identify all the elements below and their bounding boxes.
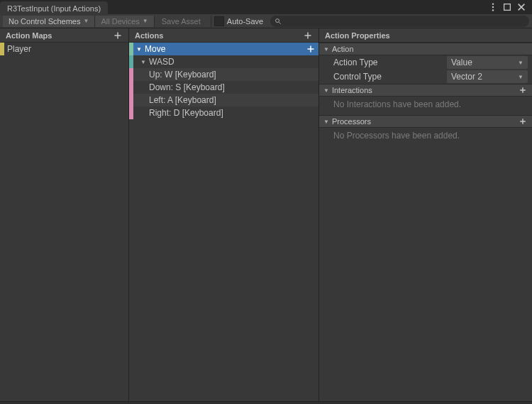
section-processors-label: Processors — [332, 117, 371, 126]
binding-item[interactable]: Down: S [Keyboard] — [129, 81, 318, 94]
binding-item[interactable]: Left: A [Keyboard] — [129, 94, 318, 107]
svg-point-4 — [276, 18, 279, 22]
chevron-down-icon: ▼ — [323, 87, 329, 94]
processors-empty-message: No Processors have been added. — [319, 128, 532, 146]
chevron-down-icon[interactable]: ▼ — [140, 59, 146, 65]
chevron-down-icon[interactable]: ▼ — [136, 46, 142, 53]
action-type-dropdown[interactable]: Value ▼ — [447, 56, 528, 69]
control-schemes-label: No Control Schemes — [9, 17, 81, 26]
section-processors[interactable]: ▼ Processors — [319, 115, 532, 128]
window-tab-label: R3TestInput (Input Actions) — [7, 4, 101, 13]
action-maps-column: Action Maps Player — [0, 28, 129, 401]
add-action-button[interactable] — [303, 31, 313, 40]
action-map-item[interactable]: Player — [0, 43, 128, 55]
search-icon — [275, 18, 282, 25]
control-type-dropdown[interactable]: Vector 2 ▼ — [447, 70, 528, 83]
auto-save-toggle[interactable]: Auto-Save — [214, 16, 263, 26]
close-icon[interactable] — [516, 2, 526, 12]
devices-label: All Devices — [101, 17, 139, 26]
svg-point-1 — [492, 6, 494, 8]
action-map-label: Player — [7, 44, 31, 54]
add-interaction-button[interactable] — [518, 85, 528, 95]
action-type-label: Action Type — [333, 58, 447, 67]
checkbox-icon[interactable] — [214, 16, 224, 26]
chevron-down-icon: ▼ — [143, 18, 148, 24]
chevron-down-icon: ▼ — [323, 119, 329, 125]
save-asset-label: Save Asset — [162, 17, 201, 26]
action-type-row: Action Type Value ▼ — [319, 55, 532, 70]
action-maps-header: Action Maps — [0, 28, 128, 43]
control-schemes-dropdown[interactable]: No Control Schemes ▼ — [3, 16, 95, 27]
section-action[interactable]: ▼ Action — [319, 43, 532, 55]
binding-label: Up: W [Keyboard] — [149, 70, 216, 80]
action-maps-header-label: Action Maps — [6, 31, 52, 40]
titlebar-spacer — [108, 0, 482, 14]
control-type-label: Control Type — [333, 72, 447, 82]
titlebar: R3TestInput (Input Actions) — [0, 0, 532, 14]
save-asset-button[interactable]: Save Asset — [155, 16, 208, 27]
properties-header-label: Action Properties — [325, 31, 390, 40]
binding-label: Down: S [Keyboard] — [149, 82, 225, 92]
actions-header-label: Actions — [135, 31, 163, 40]
chevron-down-icon: ▼ — [518, 74, 523, 80]
actions-header: Actions — [129, 28, 318, 43]
section-interactions-label: Interactions — [332, 86, 372, 94]
kebab-menu-icon[interactable] — [488, 2, 498, 12]
svg-rect-3 — [504, 4, 511, 11]
toolbar: No Control Schemes ▼ All Devices ▼ Save … — [0, 14, 532, 28]
control-type-row: Control Type Vector 2 ▼ — [319, 70, 532, 84]
svg-point-2 — [492, 9, 494, 11]
footer-border — [0, 401, 532, 404]
search-input[interactable] — [270, 16, 529, 27]
actions-column: Actions ▼ Move ▼ WASD — [129, 28, 319, 401]
chevron-down-icon: ▼ — [84, 18, 89, 24]
control-type-value: Vector 2 — [451, 72, 482, 82]
properties-body: ▼ Action Action Type Value ▼ Control Typ… — [319, 43, 532, 401]
action-type-value: Value — [451, 58, 472, 67]
binding-item[interactable]: Up: W [Keyboard] — [129, 68, 318, 81]
section-action-label: Action — [332, 45, 354, 53]
titlebar-controls — [482, 0, 532, 14]
section-interactions[interactable]: ▼ Interactions — [319, 84, 532, 97]
chevron-down-icon: ▼ — [323, 46, 329, 53]
interactions-empty-message: No Interactions have been added. — [319, 97, 532, 115]
properties-column: Action Properties ▼ Action Action Type V… — [319, 28, 532, 401]
binding-label: Right: D [Keyboard] — [149, 108, 223, 118]
binding-label: Left: A [Keyboard] — [149, 95, 216, 105]
add-processor-button[interactable] — [518, 116, 528, 126]
action-maps-list: Player — [0, 43, 128, 401]
maximize-icon[interactable] — [502, 2, 512, 12]
devices-dropdown[interactable]: All Devices ▼ — [95, 16, 154, 27]
action-item-move[interactable]: ▼ Move — [129, 43, 318, 55]
chevron-down-icon: ▼ — [518, 60, 523, 66]
main-area: Action Maps Player Actions — [0, 28, 532, 401]
properties-header: Action Properties — [319, 28, 532, 43]
composite-item-wasd[interactable]: ▼ WASD — [129, 55, 318, 68]
auto-save-label: Auto-Save — [227, 17, 263, 26]
composite-label: WASD — [149, 57, 174, 67]
add-binding-button[interactable] — [306, 44, 316, 54]
toolbar-separator — [211, 16, 211, 27]
actions-list: ▼ Move ▼ WASD Up: W [Keyboard] — [129, 43, 318, 401]
action-label: Move — [145, 44, 165, 54]
window-tab[interactable]: R3TestInput (Input Actions) — [0, 1, 108, 16]
add-action-map-button[interactable] — [113, 31, 123, 40]
svg-point-0 — [492, 3, 494, 4]
binding-item[interactable]: Right: D [Keyboard] — [129, 107, 318, 119]
